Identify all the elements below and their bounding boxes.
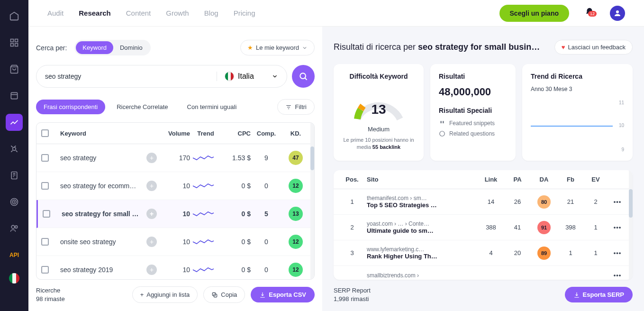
keyword-row[interactable]: seo strategy for small … + 10 0 $ 5 13 bbox=[36, 200, 314, 228]
country-label: Italia bbox=[238, 72, 254, 81]
search-input[interactable] bbox=[45, 73, 217, 80]
keyword-row[interactable]: onsite seo strategy + 10 0 $ 0 12 bbox=[36, 228, 314, 256]
nav-content[interactable]: Content bbox=[126, 9, 151, 17]
kd-badge: 12 bbox=[289, 263, 303, 277]
serp-row[interactable]: smallbiztrends.com › ••• bbox=[334, 266, 633, 280]
select-all-checkbox[interactable] bbox=[41, 129, 49, 137]
dashboard-icon[interactable] bbox=[6, 34, 23, 51]
add-to-list-button[interactable]: + Aggiungi in lista bbox=[132, 286, 198, 303]
export-serp-button[interactable]: Esporta SERP bbox=[565, 287, 633, 302]
filter-button[interactable]: Filtri bbox=[277, 99, 315, 115]
research-icon[interactable] bbox=[6, 114, 23, 131]
add-icon[interactable]: + bbox=[146, 209, 157, 219]
kw-comp: 9 bbox=[253, 154, 280, 162]
keyword-row[interactable]: seo strategy for ecomm… + 10 0 $ 0 12 bbox=[36, 172, 314, 200]
mode-keyword[interactable]: Keyword bbox=[76, 41, 113, 54]
download-icon bbox=[259, 292, 266, 298]
api-link[interactable]: API bbox=[6, 247, 23, 264]
col-ev: EV bbox=[585, 176, 606, 183]
export-csv-button[interactable]: Esporta CSV bbox=[251, 287, 315, 302]
col-volume: Volume bbox=[163, 130, 190, 137]
tab-same-terms[interactable]: Con termini uguali bbox=[180, 100, 245, 114]
nav-pricing[interactable]: Pricing bbox=[234, 9, 255, 17]
kd-badge: 12 bbox=[289, 179, 303, 193]
col-site: Sito bbox=[367, 176, 476, 183]
add-icon[interactable]: + bbox=[146, 237, 157, 247]
logo-icon[interactable] bbox=[6, 8, 23, 25]
my-keywords-button[interactable]: ★ Le mie keyword bbox=[240, 40, 315, 55]
difficulty-value: 13 bbox=[350, 102, 407, 117]
tab-matching[interactable]: Frasi corrispondenti bbox=[36, 100, 105, 114]
serp-fb: 21 bbox=[559, 198, 582, 205]
col-cpc: CPC bbox=[221, 130, 251, 137]
my-keywords-label: Le mie keyword bbox=[256, 44, 299, 51]
row-checkbox[interactable] bbox=[41, 238, 49, 246]
copy-label: Copia bbox=[221, 291, 237, 298]
feedback-label: Lasciaci un feedback bbox=[568, 44, 626, 51]
col-kd: KD. bbox=[282, 130, 309, 137]
serp-row[interactable]: 3 www.lyfemarketing.c…Rank Higher Using … bbox=[334, 240, 633, 266]
language-flag-icon[interactable] bbox=[9, 273, 19, 284]
kw-cpc: 0 $ bbox=[221, 210, 251, 218]
chevron-down-icon bbox=[302, 45, 308, 51]
kw-cpc: 0 $ bbox=[221, 238, 251, 246]
flag-italy-icon bbox=[225, 72, 234, 81]
chat-icon bbox=[439, 130, 445, 137]
scrollbar[interactable] bbox=[629, 170, 633, 280]
choose-plan-button[interactable]: Scegli un piano bbox=[499, 5, 569, 22]
nav-blog[interactable]: Blog bbox=[204, 9, 218, 17]
svg-rect-2 bbox=[11, 44, 14, 46]
row-checkbox[interactable] bbox=[41, 266, 49, 274]
chevron-down-icon bbox=[272, 73, 278, 80]
trend-sparkline bbox=[192, 181, 215, 191]
topbar: Audit Research Content Growth Blog Prici… bbox=[28, 0, 644, 27]
difficulty-card: Difficoltà Keyword 13 Medium Le prime 10… bbox=[334, 64, 424, 161]
nav-growth[interactable]: Growth bbox=[166, 9, 189, 17]
team-icon[interactable] bbox=[6, 220, 23, 237]
search-button[interactable] bbox=[292, 65, 315, 88]
country-selector[interactable]: Italia bbox=[217, 72, 278, 81]
serp-pa: 41 bbox=[506, 224, 529, 231]
target-icon[interactable] bbox=[6, 193, 23, 210]
serp-site: smallbiztrends.com › bbox=[367, 272, 476, 279]
nav-research[interactable]: Research bbox=[79, 9, 111, 17]
featured-snippets: Featured snippets bbox=[439, 120, 507, 127]
add-icon[interactable]: + bbox=[146, 181, 157, 191]
keyword-row[interactable]: seo strategy + 170 1.53 $ 9 47 bbox=[36, 144, 314, 172]
scrollbar[interactable] bbox=[310, 123, 314, 279]
serp-link: 4 bbox=[479, 249, 503, 256]
col-keyword: Keyword bbox=[60, 130, 145, 137]
row-checkbox[interactable] bbox=[41, 154, 49, 162]
add-icon[interactable]: + bbox=[146, 153, 157, 163]
tab-related[interactable]: Ricerche Correlate bbox=[109, 100, 175, 114]
results-card: Risultati 48,000,000 Risultati Speciali … bbox=[430, 64, 516, 161]
kw-volume: 10 bbox=[163, 266, 190, 274]
copy-icon bbox=[211, 292, 218, 298]
row-menu-icon[interactable]: ••• bbox=[609, 224, 626, 231]
kw-name: seo strategy 2019 bbox=[60, 266, 145, 274]
trend-sparkline bbox=[192, 209, 215, 219]
notes-icon[interactable] bbox=[6, 167, 23, 184]
row-menu-icon[interactable]: ••• bbox=[609, 198, 626, 205]
pages-icon[interactable] bbox=[6, 87, 23, 104]
meteor-icon[interactable] bbox=[6, 140, 23, 157]
row-checkbox[interactable] bbox=[41, 182, 49, 190]
serp-row[interactable]: 1 themanifest.com › sm…Top 5 SEO Strateg… bbox=[334, 189, 633, 215]
serp-row[interactable]: 2 yoast.com › … › Conte…Ultimate guide t… bbox=[334, 215, 633, 240]
row-checkbox[interactable] bbox=[43, 210, 50, 218]
row-menu-icon[interactable]: ••• bbox=[609, 249, 626, 256]
serp-pos: 3 bbox=[340, 249, 364, 256]
keyword-row[interactable]: seo strategy 2019 + 10 0 $ 0 12 bbox=[36, 256, 314, 280]
copy-button[interactable]: Copia bbox=[203, 286, 245, 303]
user-avatar[interactable] bbox=[610, 6, 625, 21]
row-menu-icon[interactable]: ••• bbox=[609, 272, 626, 279]
add-icon[interactable]: + bbox=[146, 265, 157, 275]
mode-domain[interactable]: Dominio bbox=[113, 41, 149, 54]
cart-icon[interactable] bbox=[6, 61, 23, 78]
special-results-title: Risultati Speciali bbox=[439, 107, 507, 114]
notifications-icon[interactable]: 12 bbox=[584, 7, 595, 19]
feedback-button[interactable]: ♥ Lasciaci un feedback bbox=[554, 40, 633, 55]
kw-name: seo strategy for small … bbox=[62, 210, 145, 218]
nav-audit[interactable]: Audit bbox=[47, 9, 63, 17]
col-pa: PA bbox=[506, 176, 529, 183]
